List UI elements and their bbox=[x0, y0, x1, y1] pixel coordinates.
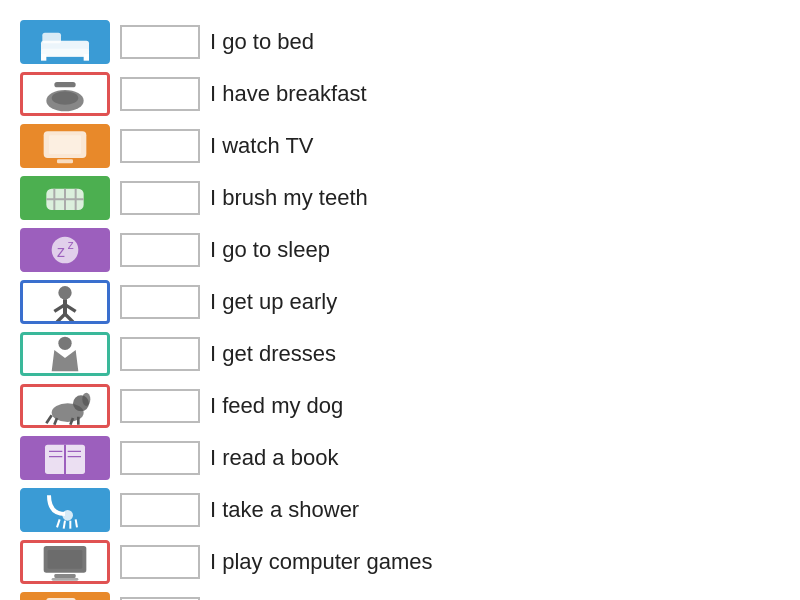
activity-label-2: I have breakfast bbox=[210, 81, 367, 107]
activity-list: I go to bedI have breakfastI watch TVI b… bbox=[20, 10, 780, 600]
answer-box-2[interactable] bbox=[120, 77, 200, 111]
svg-point-19 bbox=[58, 286, 71, 299]
answer-box-6[interactable] bbox=[120, 285, 200, 319]
answer-box-10[interactable] bbox=[120, 493, 200, 527]
image-box-4 bbox=[20, 176, 110, 220]
image-box-11 bbox=[20, 540, 110, 584]
activity-label-10: I take a shower bbox=[210, 497, 359, 523]
activity-label-3: I watch TV bbox=[210, 133, 314, 159]
image-box-3 bbox=[20, 124, 110, 168]
svg-line-30 bbox=[54, 418, 57, 425]
activity-label-8: I feed my dog bbox=[210, 393, 343, 419]
image-box-7 bbox=[20, 332, 110, 376]
activity-row: I take a shower bbox=[20, 486, 780, 534]
answer-box-9[interactable] bbox=[120, 441, 200, 475]
svg-rect-10 bbox=[57, 159, 73, 163]
image-box-2 bbox=[20, 72, 110, 116]
svg-point-28 bbox=[82, 393, 90, 406]
activity-label-4: I brush my teeth bbox=[210, 185, 368, 211]
svg-line-40 bbox=[57, 519, 60, 527]
svg-point-6 bbox=[52, 91, 79, 104]
svg-rect-3 bbox=[41, 54, 46, 61]
activity-row: zzI go to sleep bbox=[20, 226, 780, 274]
activity-label-6: I get up early bbox=[210, 289, 337, 315]
image-box-1 bbox=[20, 20, 110, 64]
activity-row: I do my homework bbox=[20, 590, 780, 600]
svg-line-29 bbox=[46, 415, 51, 423]
image-box-12 bbox=[20, 592, 110, 600]
activity-row: I read a book bbox=[20, 434, 780, 482]
image-box-10 bbox=[20, 488, 110, 532]
activity-row: I go to bed bbox=[20, 18, 780, 66]
activity-row: I have breakfast bbox=[20, 70, 780, 118]
image-box-5: zz bbox=[20, 228, 110, 272]
svg-rect-7 bbox=[54, 82, 75, 87]
svg-point-16 bbox=[52, 237, 79, 264]
activity-row: I get dresses bbox=[20, 330, 780, 378]
svg-line-43 bbox=[76, 519, 77, 527]
activity-row: I get up early bbox=[20, 278, 780, 326]
svg-rect-46 bbox=[54, 574, 75, 578]
answer-box-4[interactable] bbox=[120, 181, 200, 215]
answer-box-5[interactable] bbox=[120, 233, 200, 267]
svg-text:z: z bbox=[57, 243, 65, 260]
svg-rect-9 bbox=[49, 135, 81, 154]
svg-text:z: z bbox=[68, 238, 74, 252]
activity-label-1: I go to bed bbox=[210, 29, 314, 55]
svg-rect-1 bbox=[41, 49, 89, 57]
svg-line-23 bbox=[57, 314, 65, 322]
activity-label-11: I play computer games bbox=[210, 549, 433, 575]
answer-box-11[interactable] bbox=[120, 545, 200, 579]
svg-line-24 bbox=[65, 314, 73, 322]
activity-label-7: I get dresses bbox=[210, 341, 336, 367]
activity-label-9: I read a book bbox=[210, 445, 338, 471]
svg-rect-4 bbox=[84, 54, 89, 61]
image-box-8 bbox=[20, 384, 110, 428]
svg-rect-45 bbox=[48, 550, 83, 569]
image-box-9 bbox=[20, 436, 110, 480]
answer-box-1[interactable] bbox=[120, 25, 200, 59]
answer-box-7[interactable] bbox=[120, 337, 200, 371]
image-box-6 bbox=[20, 280, 110, 324]
activity-row: I brush my teeth bbox=[20, 174, 780, 222]
activity-row: I play computer games bbox=[20, 538, 780, 586]
svg-rect-2 bbox=[42, 33, 61, 44]
answer-box-3[interactable] bbox=[120, 129, 200, 163]
activity-row: I feed my dog bbox=[20, 382, 780, 430]
svg-line-41 bbox=[64, 521, 65, 529]
svg-rect-47 bbox=[52, 578, 79, 581]
answer-box-8[interactable] bbox=[120, 389, 200, 423]
svg-point-39 bbox=[62, 510, 73, 521]
activity-row: I watch TV bbox=[20, 122, 780, 170]
activity-label-5: I go to sleep bbox=[210, 237, 330, 263]
svg-point-25 bbox=[58, 337, 71, 350]
